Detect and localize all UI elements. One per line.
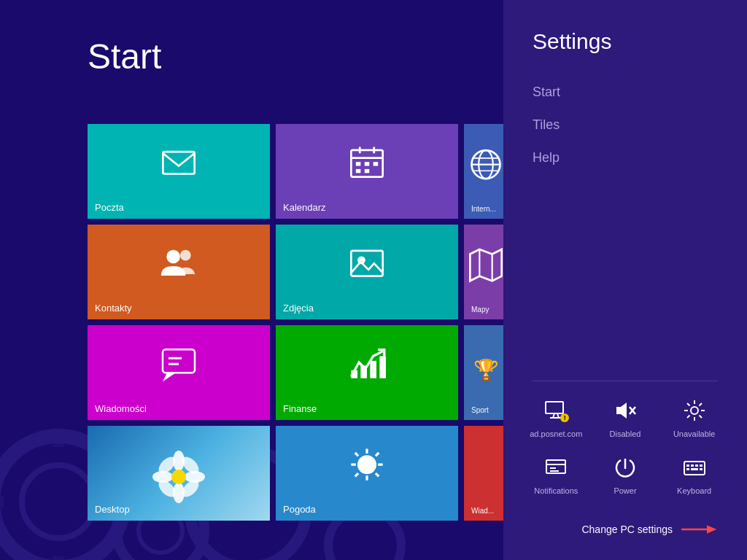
settings-nav: Start Tiles Help bbox=[503, 76, 747, 366]
settings-icon-unavailable-label: Unavailable bbox=[673, 429, 715, 438]
tile-finanse-label: Finanse bbox=[283, 403, 451, 414]
tile-kalendarz-label: Kalendarz bbox=[283, 202, 451, 213]
tile-sport-label: Sport bbox=[471, 406, 500, 414]
tile-sport[interactable]: 🏆 Sport bbox=[464, 325, 503, 420]
settings-icon-notifications[interactable]: Notifications bbox=[525, 453, 587, 495]
settings-nav-help[interactable]: Help bbox=[533, 141, 718, 174]
svg-rect-37 bbox=[360, 365, 367, 378]
settings-icon-keyboard[interactable]: Keyboard bbox=[663, 453, 725, 495]
settings-nav-start[interactable]: Start bbox=[533, 76, 718, 109]
change-pc-settings-label: Change PC settings bbox=[581, 524, 673, 535]
svg-rect-59 bbox=[546, 402, 563, 413]
tile-zdjecia-label: Zdjęcia bbox=[283, 303, 451, 314]
settings-icon-notifications-label: Notifications bbox=[534, 486, 578, 495]
settings-icon-power[interactable]: Power bbox=[595, 453, 657, 495]
svg-rect-28 bbox=[351, 251, 382, 276]
svg-rect-82 bbox=[691, 464, 694, 467]
tile-wiadomosci-label: Wiadomości bbox=[95, 403, 263, 414]
maps-icon bbox=[467, 246, 503, 289]
mail-icon bbox=[160, 144, 198, 190]
tile-kalendarz[interactable]: Kalendarz bbox=[276, 124, 458, 219]
svg-line-58 bbox=[376, 453, 379, 456]
svg-rect-11 bbox=[163, 152, 194, 174]
keyboard-icon bbox=[680, 453, 709, 482]
svg-rect-39 bbox=[379, 356, 386, 378]
svg-line-57 bbox=[355, 473, 358, 476]
tile-finanse[interactable]: Finanse bbox=[276, 325, 458, 420]
volume-disabled-icon bbox=[611, 396, 640, 425]
tile-kontakty-label: Kontakty bbox=[95, 303, 263, 314]
svg-line-55 bbox=[355, 453, 358, 456]
svg-point-26 bbox=[166, 250, 180, 264]
notifications-icon bbox=[541, 453, 570, 482]
weather-icon bbox=[348, 446, 386, 491]
tile-mapy-label: Mapy bbox=[471, 306, 500, 314]
tile-pogoda-label: Pogoda bbox=[283, 504, 451, 515]
svg-line-56 bbox=[376, 473, 379, 476]
messages-icon bbox=[160, 345, 198, 391]
tiles-grid: Poczta Kalendarz Intern... Kontakty bbox=[88, 124, 503, 521]
svg-line-71 bbox=[687, 403, 690, 406]
svg-rect-87 bbox=[700, 468, 703, 470]
sport-icon: 🏆 bbox=[473, 358, 499, 382]
settings-icon-ad-posnet[interactable]: ! ad.posnet.com bbox=[525, 396, 587, 438]
svg-rect-16 bbox=[356, 162, 361, 166]
svg-rect-38 bbox=[370, 361, 376, 378]
globe-icon bbox=[467, 146, 503, 189]
tile-pogoda[interactable]: Pogoda bbox=[276, 426, 458, 521]
brightness-icon bbox=[680, 396, 709, 425]
monitor-warning-icon: ! bbox=[541, 396, 570, 425]
svg-marker-89 bbox=[707, 525, 716, 534]
svg-rect-18 bbox=[374, 162, 379, 166]
tile-kontakty[interactable]: Kontakty bbox=[88, 225, 270, 319]
settings-icon-disabled-label: Disabled bbox=[610, 429, 641, 438]
tile-desktop[interactable]: Desktop bbox=[88, 426, 270, 521]
tile-internet-label: Intern... bbox=[471, 205, 500, 213]
tile-zdjecia[interactable]: Zdjęcia bbox=[276, 225, 458, 319]
arrow-right-icon bbox=[681, 521, 718, 538]
settings-icon-ad-posnet-label: ad.posnet.com bbox=[530, 429, 582, 438]
svg-rect-32 bbox=[163, 349, 195, 373]
svg-point-66 bbox=[691, 407, 698, 414]
svg-rect-6 bbox=[53, 429, 64, 447]
settings-icon-keyboard-label: Keyboard bbox=[677, 486, 711, 495]
photos-icon bbox=[348, 244, 386, 290]
svg-rect-17 bbox=[365, 162, 370, 166]
svg-line-72 bbox=[699, 416, 702, 419]
tile-poczta-label: Poczta bbox=[95, 202, 263, 213]
tile-mapy[interactable]: Mapy bbox=[464, 225, 503, 319]
settings-title: Settings bbox=[503, 0, 747, 76]
tile-internet[interactable]: Intern... bbox=[464, 124, 503, 219]
start-title: Start bbox=[88, 36, 161, 77]
settings-divider bbox=[533, 381, 718, 381]
tile-poczta[interactable]: Poczta bbox=[88, 124, 270, 219]
svg-point-49 bbox=[171, 470, 186, 484]
change-pc-settings-button[interactable]: Change PC settings bbox=[503, 510, 747, 560]
start-area: Start Poczta Kalendarz Intern... bbox=[0, 0, 503, 560]
svg-line-73 bbox=[687, 416, 690, 419]
svg-rect-86 bbox=[691, 468, 698, 470]
svg-rect-81 bbox=[686, 464, 689, 467]
warning-badge: ! bbox=[560, 413, 569, 422]
tile-wiadomosci[interactable]: Wiadomości bbox=[88, 325, 270, 420]
svg-marker-63 bbox=[616, 402, 627, 419]
tiles-container: Poczta Kalendarz Intern... Kontakty bbox=[88, 124, 503, 521]
settings-icon-unavailable[interactable]: Unavailable bbox=[663, 396, 725, 438]
svg-marker-33 bbox=[163, 373, 176, 381]
power-icon bbox=[611, 453, 640, 482]
settings-panel: Settings Start Tiles Help ! ad.posnet.co… bbox=[503, 0, 747, 560]
svg-rect-8 bbox=[0, 496, 4, 508]
tile-wiad2-label: Wiad... bbox=[471, 507, 500, 515]
svg-rect-20 bbox=[365, 169, 370, 173]
tile-wiad2[interactable]: Wiad... bbox=[464, 426, 503, 521]
settings-icon-power-label: Power bbox=[614, 486, 636, 495]
settings-icon-disabled[interactable]: Disabled bbox=[595, 396, 657, 438]
svg-rect-85 bbox=[686, 468, 689, 470]
calendar-icon bbox=[348, 144, 386, 190]
settings-nav-tiles[interactable]: Tiles bbox=[533, 109, 718, 141]
svg-point-1 bbox=[22, 465, 95, 538]
settings-icons-grid: ! ad.posnet.com Disabled bbox=[503, 396, 747, 510]
finance-icon bbox=[348, 345, 386, 391]
svg-point-27 bbox=[180, 250, 191, 261]
svg-line-74 bbox=[699, 403, 702, 406]
